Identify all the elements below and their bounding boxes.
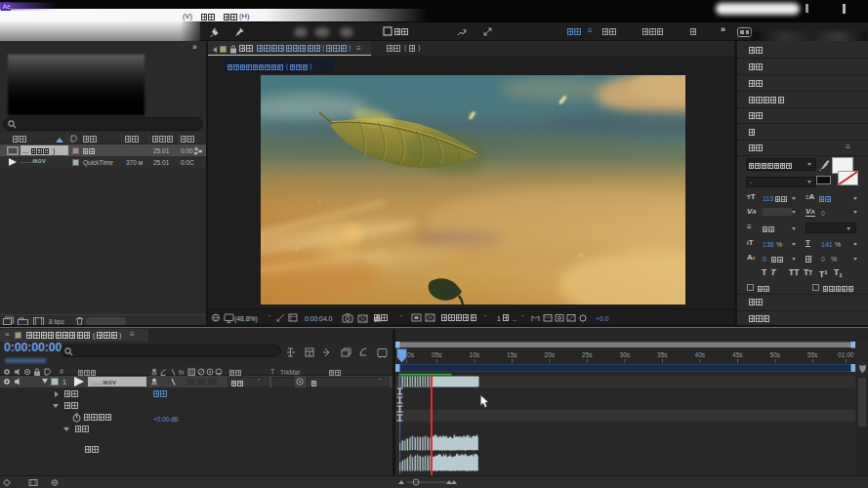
svg-text:fx: fx bbox=[179, 369, 185, 376]
svg-text:45s: 45s bbox=[732, 351, 743, 358]
svg-text:0s: 0s bbox=[407, 351, 415, 358]
svg-text:Ae: Ae bbox=[2, 3, 11, 10]
svg-text:10s: 10s bbox=[470, 351, 480, 358]
svg-text:05s: 05s bbox=[432, 351, 442, 358]
svg-text:15s: 15s bbox=[507, 351, 517, 358]
svg-text:25s: 25s bbox=[582, 351, 593, 358]
svg-text:20s: 20s bbox=[545, 351, 556, 358]
svg-text:50s: 50s bbox=[770, 351, 781, 358]
svg-text:40s: 40s bbox=[695, 351, 706, 358]
svg-text:30s: 30s bbox=[620, 351, 631, 358]
svg-text:55s: 55s bbox=[807, 351, 818, 358]
svg-text:35s: 35s bbox=[657, 351, 668, 358]
svg-text:01:00: 01:00 bbox=[838, 351, 854, 358]
